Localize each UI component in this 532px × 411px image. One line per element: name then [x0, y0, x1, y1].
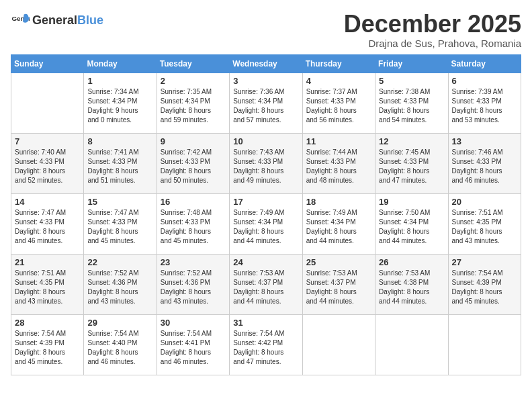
logo-icon: General	[11, 11, 30, 30]
day-number: 30	[161, 318, 226, 328]
calendar-cell: 22Sunrise: 7:52 AM Sunset: 4:36 PM Dayli…	[84, 254, 157, 314]
cell-info: Sunrise: 7:48 AM Sunset: 4:33 PM Dayligh…	[161, 208, 226, 246]
cell-info: Sunrise: 7:41 AM Sunset: 4:33 PM Dayligh…	[87, 148, 152, 185]
day-number: 24	[233, 257, 298, 267]
logo-general: General	[32, 13, 77, 27]
calendar-cell: 19Sunrise: 7:50 AM Sunset: 4:34 PM Dayli…	[375, 193, 448, 254]
cell-info: Sunrise: 7:54 AM Sunset: 4:39 PM Dayligh…	[452, 269, 517, 306]
calendar-cell: 6Sunrise: 7:39 AM Sunset: 4:33 PM Daylig…	[448, 73, 521, 133]
calendar-cell	[11, 73, 84, 133]
day-number: 28	[15, 318, 80, 328]
day-number: 29	[87, 318, 152, 328]
location-subtitle: Drajna de Sus, Prahova, Romania	[344, 38, 521, 49]
day-number: 5	[379, 76, 444, 86]
calendar-week-row: 21Sunrise: 7:51 AM Sunset: 4:35 PM Dayli…	[11, 254, 521, 314]
day-number: 8	[87, 136, 152, 146]
day-number: 9	[161, 136, 226, 146]
month-title: December 2025	[344, 11, 521, 38]
cell-info: Sunrise: 7:54 AM Sunset: 4:42 PM Dayligh…	[233, 329, 298, 367]
day-number: 26	[379, 257, 444, 267]
cell-info: Sunrise: 7:54 AM Sunset: 4:39 PM Dayligh…	[15, 329, 80, 367]
calendar-cell: 1Sunrise: 7:34 AM Sunset: 4:34 PM Daylig…	[84, 73, 157, 133]
day-number: 2	[161, 76, 226, 86]
cell-info: Sunrise: 7:51 AM Sunset: 4:35 PM Dayligh…	[15, 269, 80, 306]
calendar-cell: 15Sunrise: 7:47 AM Sunset: 4:33 PM Dayli…	[84, 193, 157, 254]
day-number: 4	[306, 76, 371, 86]
calendar-cell: 7Sunrise: 7:40 AM Sunset: 4:33 PM Daylig…	[11, 133, 84, 193]
day-number: 17	[233, 197, 298, 207]
day-number: 1	[87, 76, 152, 86]
cell-info: Sunrise: 7:54 AM Sunset: 4:41 PM Dayligh…	[161, 329, 226, 367]
day-number: 12	[379, 136, 444, 146]
cell-info: Sunrise: 7:49 AM Sunset: 4:34 PM Dayligh…	[306, 208, 371, 246]
calendar-cell: 11Sunrise: 7:44 AM Sunset: 4:33 PM Dayli…	[302, 133, 375, 193]
cell-info: Sunrise: 7:49 AM Sunset: 4:34 PM Dayligh…	[233, 208, 298, 246]
weekday-header: Friday	[375, 54, 448, 73]
cell-info: Sunrise: 7:50 AM Sunset: 4:34 PM Dayligh…	[379, 208, 444, 246]
calendar-cell: 16Sunrise: 7:48 AM Sunset: 4:33 PM Dayli…	[157, 193, 229, 254]
calendar-cell: 18Sunrise: 7:49 AM Sunset: 4:34 PM Dayli…	[302, 193, 375, 254]
cell-info: Sunrise: 7:38 AM Sunset: 4:33 PM Dayligh…	[379, 87, 444, 125]
calendar-cell: 28Sunrise: 7:54 AM Sunset: 4:39 PM Dayli…	[11, 314, 84, 375]
calendar-cell: 26Sunrise: 7:53 AM Sunset: 4:38 PM Dayli…	[375, 254, 448, 314]
day-number: 25	[306, 257, 371, 267]
day-number: 19	[379, 197, 444, 207]
cell-info: Sunrise: 7:53 AM Sunset: 4:37 PM Dayligh…	[233, 269, 298, 306]
day-number: 16	[161, 197, 226, 207]
day-number: 7	[15, 136, 80, 146]
day-number: 27	[452, 257, 517, 267]
day-number: 13	[452, 136, 517, 146]
day-number: 10	[233, 136, 298, 146]
calendar-cell: 14Sunrise: 7:47 AM Sunset: 4:33 PM Dayli…	[11, 193, 84, 254]
cell-info: Sunrise: 7:51 AM Sunset: 4:35 PM Dayligh…	[452, 208, 517, 246]
cell-info: Sunrise: 7:47 AM Sunset: 4:33 PM Dayligh…	[15, 208, 80, 246]
calendar-cell: 8Sunrise: 7:41 AM Sunset: 4:33 PM Daylig…	[84, 133, 157, 193]
cell-info: Sunrise: 7:35 AM Sunset: 4:34 PM Dayligh…	[161, 87, 226, 125]
weekday-header: Thursday	[302, 54, 375, 73]
calendar-cell: 13Sunrise: 7:46 AM Sunset: 4:33 PM Dayli…	[448, 133, 521, 193]
day-number: 15	[87, 197, 152, 207]
calendar-cell: 5Sunrise: 7:38 AM Sunset: 4:33 PM Daylig…	[375, 73, 448, 133]
logo-blue: Blue	[77, 13, 103, 27]
calendar-cell: 23Sunrise: 7:52 AM Sunset: 4:36 PM Dayli…	[157, 254, 229, 314]
cell-info: Sunrise: 7:36 AM Sunset: 4:34 PM Dayligh…	[233, 87, 298, 125]
calendar-week-row: 14Sunrise: 7:47 AM Sunset: 4:33 PM Dayli…	[11, 193, 521, 254]
calendar-cell: 12Sunrise: 7:45 AM Sunset: 4:33 PM Dayli…	[375, 133, 448, 193]
cell-info: Sunrise: 7:34 AM Sunset: 4:34 PM Dayligh…	[87, 87, 152, 125]
calendar-cell: 2Sunrise: 7:35 AM Sunset: 4:34 PM Daylig…	[157, 73, 229, 133]
calendar-week-row: 28Sunrise: 7:54 AM Sunset: 4:39 PM Dayli…	[11, 314, 521, 375]
cell-info: Sunrise: 7:44 AM Sunset: 4:33 PM Dayligh…	[306, 148, 371, 185]
cell-info: Sunrise: 7:54 AM Sunset: 4:40 PM Dayligh…	[87, 329, 152, 367]
cell-info: Sunrise: 7:45 AM Sunset: 4:33 PM Dayligh…	[379, 148, 444, 185]
cell-info: Sunrise: 7:52 AM Sunset: 4:36 PM Dayligh…	[161, 269, 226, 306]
day-number: 3	[233, 76, 298, 86]
calendar-cell: 17Sunrise: 7:49 AM Sunset: 4:34 PM Dayli…	[230, 193, 302, 254]
calendar-cell: 29Sunrise: 7:54 AM Sunset: 4:40 PM Dayli…	[84, 314, 157, 375]
calendar-cell: 31Sunrise: 7:54 AM Sunset: 4:42 PM Dayli…	[230, 314, 302, 375]
calendar-cell: 3Sunrise: 7:36 AM Sunset: 4:34 PM Daylig…	[230, 73, 302, 133]
cell-info: Sunrise: 7:47 AM Sunset: 4:33 PM Dayligh…	[87, 208, 152, 246]
cell-info: Sunrise: 7:40 AM Sunset: 4:33 PM Dayligh…	[15, 148, 80, 185]
weekday-header: Sunday	[11, 54, 84, 73]
day-number: 6	[452, 76, 517, 86]
calendar-cell	[375, 314, 448, 375]
calendar-cell: 24Sunrise: 7:53 AM Sunset: 4:37 PM Dayli…	[230, 254, 302, 314]
calendar-cell: 4Sunrise: 7:37 AM Sunset: 4:33 PM Daylig…	[302, 73, 375, 133]
calendar-cell	[448, 314, 521, 375]
weekday-header: Tuesday	[157, 54, 229, 73]
calendar-cell: 30Sunrise: 7:54 AM Sunset: 4:41 PM Dayli…	[157, 314, 229, 375]
calendar-week-row: 7Sunrise: 7:40 AM Sunset: 4:33 PM Daylig…	[11, 133, 521, 193]
title-block: December 2025 Drajna de Sus, Prahova, Ro…	[344, 11, 521, 49]
cell-info: Sunrise: 7:53 AM Sunset: 4:38 PM Dayligh…	[379, 269, 444, 306]
cell-info: Sunrise: 7:39 AM Sunset: 4:33 PM Dayligh…	[452, 87, 517, 125]
calendar-header-row: SundayMondayTuesdayWednesdayThursdayFrid…	[11, 54, 521, 73]
day-number: 11	[306, 136, 371, 146]
cell-info: Sunrise: 7:46 AM Sunset: 4:33 PM Dayligh…	[452, 148, 517, 185]
calendar-cell: 10Sunrise: 7:43 AM Sunset: 4:33 PM Dayli…	[230, 133, 302, 193]
day-number: 23	[161, 257, 226, 267]
weekday-header: Wednesday	[230, 54, 302, 73]
cell-info: Sunrise: 7:53 AM Sunset: 4:37 PM Dayligh…	[306, 269, 371, 306]
weekday-header: Monday	[84, 54, 157, 73]
cell-info: Sunrise: 7:52 AM Sunset: 4:36 PM Dayligh…	[87, 269, 152, 306]
day-number: 14	[15, 197, 80, 207]
